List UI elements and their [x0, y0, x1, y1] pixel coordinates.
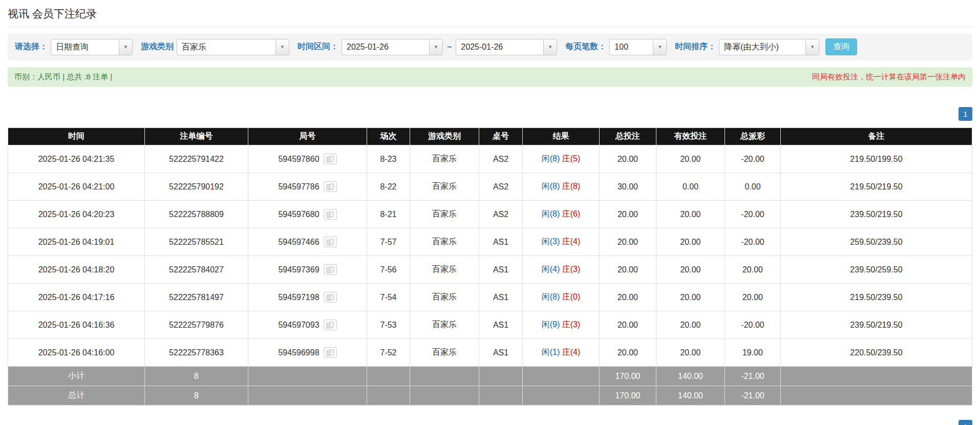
query-type-combobox[interactable]: 日期查询 ▾ — [51, 39, 133, 55]
col-time: 时间 — [8, 128, 145, 145]
cell-table: AS1 — [479, 284, 523, 311]
result-player: 闲(1) — [542, 348, 560, 356]
query-type-label: 请选择： — [15, 41, 48, 52]
table-row: 2025-01-26 04:21:35 522225791422 5945978… — [8, 145, 972, 173]
cell-table: AS1 — [479, 228, 523, 256]
table-row: 2025-01-26 04:21:00 522225790192 5945977… — [8, 173, 972, 201]
cell-round-id: 594597466 — [248, 228, 367, 256]
game-result-cards-icon[interactable] — [324, 154, 337, 164]
cell-round-id: 594596998 — [248, 339, 367, 367]
cell-game-type: 百家乐 — [410, 339, 479, 367]
cell-time: 2025-01-26 04:20:23 — [8, 201, 145, 228]
cell-total-bet[interactable]: 20.00 — [600, 256, 656, 284]
per-page-value: 100 — [610, 39, 653, 55]
grand-total-row: 总计 8 170.00 140.00 -21.00 — [8, 386, 972, 406]
date-to-picker[interactable]: 2025-01-26 ▾ — [456, 39, 557, 55]
cell-round-id: 594597369 — [248, 256, 367, 284]
cell-remark: 219.50/219.50 — [781, 173, 972, 201]
game-result-cards-icon[interactable] — [324, 292, 337, 303]
page-1-button[interactable]: 1 — [958, 107, 972, 121]
table-row: 2025-01-26 04:17:16 522225781497 5945971… — [8, 284, 972, 311]
result-player: 闲(8) — [542, 292, 560, 301]
cell-total-bet[interactable]: 30.00 — [600, 173, 656, 201]
cell-result: 闲(9) 庄(3) — [523, 311, 600, 339]
table-row: 2025-01-26 04:18:20 522225784027 5945973… — [8, 256, 972, 284]
cell-payout: -20.00 — [725, 228, 781, 256]
cell-payout: -20.00 — [725, 201, 781, 228]
cell-table: AS1 — [479, 256, 523, 284]
sort-order-label: 时间排序： — [675, 41, 716, 52]
page-1-button[interactable]: 1 — [958, 420, 972, 425]
game-result-cards-icon[interactable] — [324, 264, 337, 275]
cell-total-bet[interactable]: 20.00 — [600, 284, 656, 311]
game-result-cards-icon[interactable] — [324, 320, 337, 330]
chevron-down-icon[interactable]: ▾ — [543, 39, 557, 55]
round-id-text: 594597680 — [278, 210, 319, 219]
currency-summary-text: 币别：人民币 | 总共 :8 注单 | — [14, 72, 112, 82]
chevron-down-icon[interactable]: ▾ — [805, 39, 819, 55]
game-result-cards-icon[interactable] — [324, 209, 337, 220]
cell-bet-id: 522225788809 — [145, 201, 248, 228]
cell-time: 2025-01-26 04:21:35 — [8, 145, 145, 173]
game-result-cards-icon[interactable] — [324, 237, 337, 247]
table-header-row: 时间 注单编号 局号 场次 游戏类别 桌号 结果 总投注 有效投注 总派彩 备注 — [8, 128, 972, 145]
total-total-bet: 170.00 — [600, 386, 656, 406]
bet-records-table: 时间 注单编号 局号 场次 游戏类别 桌号 结果 总投注 有效投注 总派彩 备注… — [8, 128, 972, 406]
cell-result: 闲(4) 庄(3) — [523, 256, 600, 284]
cell-table: AS1 — [479, 311, 523, 339]
game-type-combobox[interactable]: 百家乐 ▾ — [177, 39, 289, 55]
chevron-down-icon[interactable]: ▾ — [429, 39, 442, 55]
table-row: 2025-01-26 04:19:01 522225785521 5945974… — [8, 228, 972, 256]
result-banker: 庄(3) — [562, 320, 581, 329]
subtotal-count: 8 — [145, 367, 248, 386]
result-player: 闲(8) — [542, 209, 560, 218]
cell-total-bet[interactable]: 20.00 — [600, 228, 656, 256]
cell-total-bet[interactable]: 20.00 — [600, 145, 656, 173]
cell-session: 7-54 — [367, 284, 410, 311]
cell-remark: 259.50/239.50 — [781, 228, 972, 256]
cell-total-bet[interactable]: 20.00 — [600, 311, 656, 339]
cell-game-type: 百家乐 — [410, 311, 479, 339]
cell-game-type: 百家乐 — [410, 201, 479, 228]
chevron-down-icon[interactable]: ▾ — [653, 39, 666, 55]
pagination-bottom: 1 — [8, 420, 972, 425]
game-result-cards-icon[interactable] — [324, 181, 337, 192]
cell-session: 8-21 — [367, 201, 410, 228]
cell-result: 闲(8) 庄(6) — [523, 201, 600, 228]
cell-payout: -20.00 — [725, 311, 781, 339]
sort-order-value: 降幂(由大到小) — [719, 39, 805, 55]
cell-result: 闲(8) 庄(0) — [523, 284, 600, 311]
chevron-down-icon[interactable]: ▾ — [275, 39, 289, 55]
result-player: 闲(8) — [542, 154, 560, 163]
page-title: 视讯 会员下注纪录 — [8, 7, 972, 20]
col-session: 场次 — [367, 128, 410, 145]
cell-time: 2025-01-26 04:19:01 — [8, 228, 145, 256]
cell-bet-id: 522225791422 — [145, 145, 248, 173]
cell-total-bet[interactable]: 20.00 — [600, 339, 656, 367]
cell-time: 2025-01-26 04:18:20 — [8, 256, 145, 284]
search-button[interactable]: 查询 — [825, 38, 857, 55]
game-type-label: 游戏类别 — [141, 41, 174, 52]
table-row: 2025-01-26 04:20:23 522225788809 5945976… — [8, 201, 972, 228]
round-id-text: 594597198 — [278, 293, 319, 302]
cell-payout: -20.00 — [725, 145, 781, 173]
cell-round-id: 594597860 — [248, 145, 367, 173]
cell-session: 7-53 — [367, 311, 410, 339]
cell-payout: 20.00 — [725, 256, 781, 284]
col-total-bet: 总投注 — [600, 128, 656, 145]
col-valid-bet: 有效投注 — [656, 128, 725, 145]
cell-total-bet[interactable]: 20.00 — [600, 201, 656, 228]
date-from-picker[interactable]: 2025-01-26 ▾ — [342, 39, 443, 55]
game-result-cards-icon[interactable] — [324, 347, 337, 358]
result-banker: 庄(6) — [562, 209, 581, 218]
sort-order-combobox[interactable]: 降幂(由大到小) ▾ — [719, 39, 819, 55]
cell-session: 7-52 — [367, 339, 410, 367]
round-id-text: 594597860 — [278, 155, 319, 164]
title-divider — [8, 27, 972, 27]
chevron-down-icon[interactable]: ▾ — [119, 39, 132, 55]
cell-remark: 220.50/239.50 — [781, 339, 972, 367]
per-page-combobox[interactable]: 100 ▾ — [609, 39, 667, 55]
total-count: 8 — [145, 386, 248, 406]
cell-bet-id: 522225781497 — [145, 284, 248, 311]
subtotal-label: 小计 — [8, 367, 145, 386]
